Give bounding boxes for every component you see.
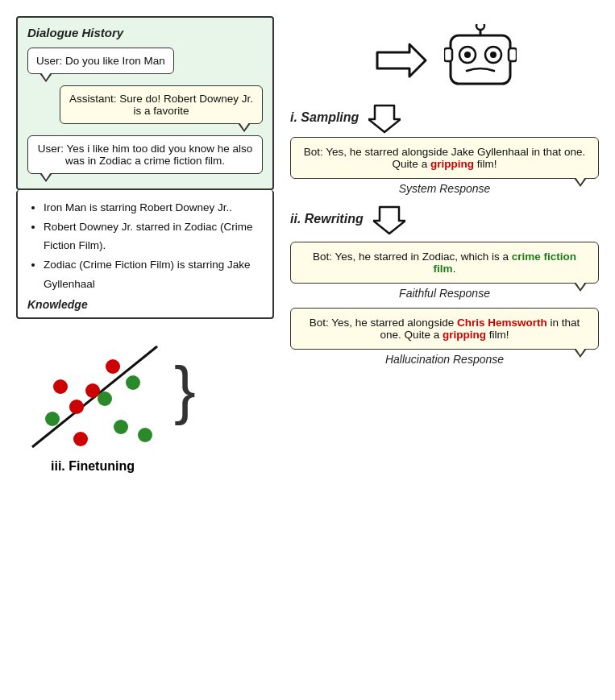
svg-rect-14 [451, 35, 510, 84]
hallucination-response-bubble: Bot: Yes, he starred alongside Chris Hem… [290, 308, 599, 350]
svg-point-5 [73, 432, 88, 446]
faithful-response-label: Faithful Response [399, 287, 490, 300]
finetuning-label: iii. Finetuning [51, 459, 135, 474]
svg-marker-21 [368, 106, 401, 132]
robot-icon [444, 24, 517, 97]
svg-marker-22 [373, 207, 405, 234]
svg-point-18 [490, 52, 497, 58]
user-bubble-1: User: Do you like Iron Man [27, 48, 174, 74]
gripping-word-2: gripping [443, 329, 486, 341]
step2-label: ii. Rewriting [290, 212, 364, 226]
svg-marker-11 [377, 44, 426, 77]
dialogue-history-label: Dialogue History [27, 26, 263, 39]
svg-point-2 [69, 400, 84, 414]
arrow-down-icon-1 [368, 101, 401, 134]
arrow-robot-row [373, 24, 517, 97]
faithful-text: Bot: Yes, he starred in Zodiac, which is… [313, 251, 576, 275]
svg-rect-20 [509, 48, 517, 61]
dialogue-history-box: Dialogue History User: Do you like Iron … [16, 16, 274, 190]
step2-row: ii. Rewriting [290, 203, 599, 235]
hallucination-text: Bot: Yes, he starred alongside Chris Hem… [310, 317, 580, 341]
bracket-right: } [174, 358, 196, 422]
knowledge-item-3: Zodiac (Crime Fiction Film) is starring … [44, 255, 263, 293]
faithful-response-bubble: Bot: Yes, he starred in Zodiac, which is… [290, 242, 599, 284]
system-response-label: System Response [399, 182, 491, 195]
assistant-bubble: Assistant: Sure do! Robert Downey Jr. is… [60, 85, 263, 124]
system-response-text: Bot: Yes, he starred alongside Jake Gyll… [304, 146, 586, 170]
knowledge-label: Knowledge [27, 298, 263, 311]
svg-point-17 [464, 52, 471, 58]
step1-row: i. Sampling [290, 101, 599, 134]
svg-point-4 [106, 359, 120, 374]
svg-point-8 [126, 375, 140, 390]
step1-label: i. Sampling [290, 110, 359, 125]
svg-point-3 [85, 383, 100, 398]
arrow-right-icon [373, 40, 430, 81]
scatter-plot [16, 330, 169, 459]
arrow-down-icon-2 [373, 203, 405, 235]
gripping-word-1: gripping [430, 158, 474, 170]
knowledge-list: Iron Man is starring Robert Downey Jr.. … [27, 198, 263, 293]
chris-hemsworth-name: Chris Hemsworth [457, 317, 547, 329]
svg-point-9 [114, 420, 128, 434]
svg-point-10 [138, 428, 152, 442]
user-bubble-2: User: Yes i like him too did you know he… [27, 135, 263, 174]
svg-point-6 [45, 412, 60, 426]
svg-point-13 [476, 24, 484, 30]
svg-rect-19 [444, 48, 452, 61]
svg-point-1 [53, 379, 68, 394]
knowledge-item-2: Robert Downey Jr. starred in Zodiac (Cri… [44, 217, 263, 255]
svg-point-7 [98, 391, 112, 406]
scatter-finetuning-area: iii. Finetuning } [16, 330, 274, 474]
system-response-bubble: Bot: Yes, he starred alongside Jake Gyll… [290, 137, 599, 179]
hallucination-response-label: Hallucination Response [385, 353, 504, 366]
knowledge-item-1: Iron Man is starring Robert Downey Jr.. [44, 198, 263, 217]
scatter-plot-container: iii. Finetuning [16, 330, 169, 474]
right-column: i. Sampling Bot: Yes, he starred alongsi… [290, 16, 599, 684]
left-column: Dialogue History User: Do you like Iron … [16, 16, 274, 684]
knowledge-box: Iron Man is starring Robert Downey Jr.. … [16, 190, 274, 319]
